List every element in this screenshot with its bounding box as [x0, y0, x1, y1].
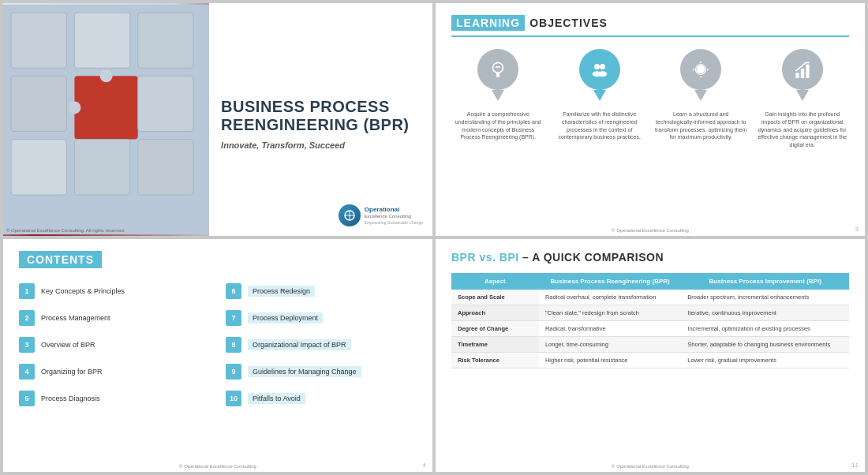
pin-shape-1: [477, 49, 518, 100]
objective-4: Gain insights into the profound impacts …: [756, 49, 850, 149]
content-num-1: 1: [19, 283, 35, 299]
slide4-title-part1: BPR vs. BPI: [451, 251, 519, 264]
table-row: Scope and Scale Radical overhaul, comple…: [451, 290, 849, 305]
content-num-9: 9: [226, 364, 241, 380]
content-num-7: 7: [226, 310, 241, 326]
objective-1: Acquire a comprehensive understanding of…: [451, 49, 545, 149]
contents-grid: 1 Key Concepts & Principles 6 Process Re…: [19, 280, 417, 410]
slide1-subtitle: Innovate, Transform, Succeed: [221, 140, 421, 150]
objectives-grid: Acquire a comprehensive understanding of…: [451, 49, 849, 149]
content-label-5: Process Diagnosis: [41, 395, 100, 402]
pin-tail-2: [593, 90, 606, 101]
slide-contents: CONTENTS 1 Key Concepts & Principles 6 P…: [3, 239, 432, 472]
slide2-title-highlight: LEARNING: [451, 15, 525, 31]
slide1-content: BUSINESS PROCESS REENGINEERING (BPR) Inn…: [209, 3, 432, 236]
content-label-1: Key Concepts & Principles: [41, 287, 125, 295]
table-row: Risk Tolerance Higher risk, potential re…: [451, 353, 849, 368]
content-num-10: 10: [226, 391, 241, 406]
slide2-title-normal: OBJECTIVES: [529, 17, 608, 29]
row1-bpi: Broader spectrum, incremental enhancemen…: [681, 290, 849, 305]
content-label-10: Pitfalls to Avoid: [248, 393, 305, 404]
objective-2: Familiarize with the distinctive charact…: [553, 49, 647, 149]
obj4-text: Gain insights into the profound impacts …: [756, 110, 850, 149]
contents-title: CONTENTS: [19, 251, 102, 268]
svg-rect-2: [74, 13, 129, 68]
content-item-4: 4 Organizing for BPR: [19, 361, 210, 383]
svg-point-17: [594, 64, 600, 69]
svg-rect-8: [74, 140, 129, 195]
row3-bpi: Incremental, optimization of existing pr…: [681, 321, 849, 337]
content-item-1: 1 Key Concepts & Principles: [19, 280, 210, 302]
obj2-text: Familiarize with the distinctive charact…: [553, 110, 647, 141]
slide1-copyright: © Operational Excellence Consulting. All…: [6, 228, 125, 233]
content-num-8: 8: [226, 337, 241, 353]
pin-tail-3: [694, 90, 707, 101]
svg-rect-1: [11, 13, 66, 68]
row2-aspect: Approach: [451, 305, 539, 321]
slide4-title-part2: – A QUICK COMPARISON: [522, 251, 664, 264]
slide2-title-bar: LEARNING OBJECTIVES: [451, 15, 849, 37]
pin-tail-1: [492, 90, 504, 101]
table-row: Approach "Clean slate," redesign from sc…: [451, 305, 849, 321]
objective-3: Learn a structured and technologically-i…: [654, 49, 748, 149]
content-item-9: 9 Guidelines for Managing Change: [226, 361, 417, 383]
row1-aspect: Scope and Scale: [451, 290, 539, 305]
obj1-icon-container: [474, 49, 522, 104]
slide-bpr-title: © Operational Excellence Consulting. All…: [3, 3, 432, 236]
content-label-4: Organizing for BPR: [41, 368, 103, 376]
row4-aspect: Timeframe: [451, 337, 539, 353]
svg-rect-3: [138, 13, 193, 68]
svg-rect-4: [11, 76, 66, 131]
slide4-copyright: © Operational Excellence Consulting: [612, 464, 689, 469]
svg-rect-25: [801, 69, 804, 78]
svg-rect-26: [806, 65, 809, 78]
slide4-title: BPR vs. BPI – A QUICK COMPARISON: [451, 251, 849, 264]
pin-circle-2: [579, 49, 620, 90]
row2-bpi: Iterative, continuous improvement: [681, 305, 849, 321]
obj3-icon-container: [677, 49, 724, 104]
logo-text: Operational Excellence Consulting Empowe…: [365, 206, 423, 226]
comparison-table: Aspect Business Process Reengineering (B…: [451, 273, 849, 368]
row1-bpr: Radical overhaul, complete transformatio…: [539, 290, 681, 305]
slide2-copyright: © Operational Excellence Consulting: [612, 228, 689, 233]
content-item-6: 6 Process Redesign: [226, 280, 417, 302]
content-label-3: Overview of BPR: [41, 341, 95, 349]
pin-shape-4: [782, 49, 823, 100]
content-item-3: 3 Overview of BPR: [19, 334, 210, 356]
svg-rect-5: [74, 76, 137, 139]
col-header-aspect: Aspect: [451, 273, 539, 290]
svg-point-18: [600, 64, 605, 69]
row2-bpr: "Clean slate," redesign from scratch: [539, 305, 681, 321]
content-item-5: 5 Process Diagnosis: [19, 387, 210, 410]
row3-aspect: Degree of Change: [451, 321, 539, 337]
content-num-6: 6: [226, 283, 241, 299]
svg-point-11: [68, 101, 80, 114]
row3-bpr: Radical, transformative: [539, 321, 681, 337]
svg-rect-6: [138, 76, 193, 131]
row5-bpr: Higher risk, potential resistance: [539, 353, 681, 368]
pin-circle-4: [782, 49, 823, 90]
slide-learning-objectives: LEARNING OBJECTIVES Acquire a comprehe: [436, 3, 865, 236]
slide3-pagenum: 4: [423, 462, 426, 469]
pin-shape-3: [680, 49, 721, 100]
content-item-8: 8 Organizational Impact of BPR: [226, 334, 417, 356]
content-label-7: Process Deployment: [248, 312, 323, 324]
content-label-9: Guidelines for Managing Change: [248, 366, 361, 377]
svg-rect-9: [138, 140, 193, 195]
content-item-7: 7 Process Deployment: [226, 307, 417, 329]
table-row: Timeframe Longer, time-consuming Shorter…: [451, 337, 849, 353]
svg-point-15: [493, 62, 503, 73]
content-num-4: 4: [19, 364, 35, 380]
content-item-10: 10 Pitfalls to Avoid: [226, 387, 417, 410]
row4-bpr: Longer, time-consuming: [539, 337, 681, 353]
slide-image: © Operational Excellence Consulting. All…: [3, 3, 209, 236]
pin-circle-1: [477, 49, 518, 90]
content-label-8: Organizational Impact of BPR: [248, 339, 351, 350]
content-item-2: 2 Process Management: [19, 307, 210, 329]
obj2-icon-container: [576, 49, 623, 104]
svg-point-20: [597, 71, 607, 77]
row4-bpi: Shorter, adaptable to changing business …: [681, 337, 849, 353]
slide-bpr-bpi-comparison: BPR vs. BPI – A QUICK COMPARISON Aspect …: [436, 239, 865, 472]
slide3-copyright: © Operational Excellence Consulting: [179, 464, 256, 469]
content-num-2: 2: [19, 310, 35, 326]
